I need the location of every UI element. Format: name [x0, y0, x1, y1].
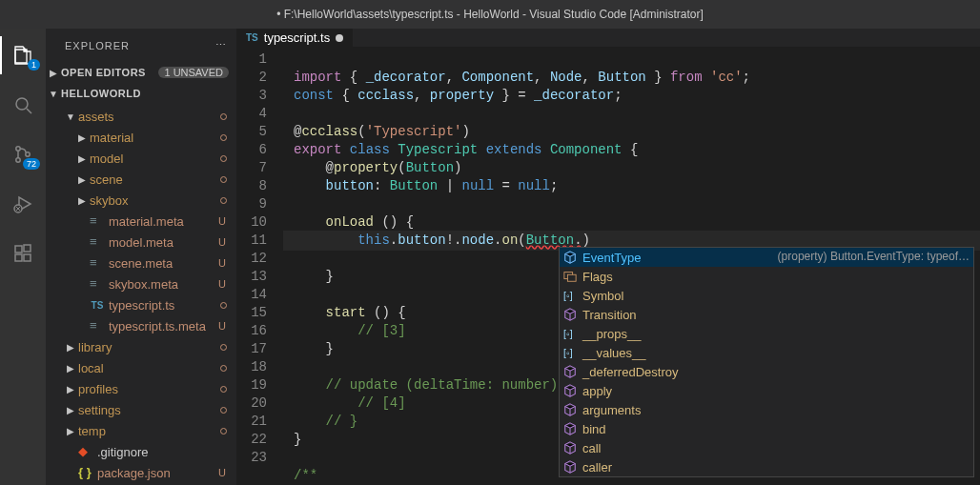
tree-item[interactable]: ◆.gitignore [46, 441, 236, 462]
modified-dot-icon [220, 155, 227, 162]
tree-item[interactable]: ≡scene.metaU [46, 253, 236, 273]
tree-item[interactable]: ▼assets [46, 106, 236, 127]
editor-area: TS typescript.ts 12345678910111213141516… [236, 29, 980, 485]
title-bar: • F:\HelloWorld\assets\typescript.ts - H… [0, 0, 980, 29]
intellisense-label: __values__ [582, 344, 646, 362]
svg-text:[◦]: [◦] [563, 347, 573, 358]
git-status: U [215, 278, 229, 290]
intellisense-label: EventType [582, 249, 641, 267]
svg-rect-9 [24, 254, 31, 261]
modified-dot-icon [220, 407, 227, 414]
tree-item-label: skybox [90, 193, 220, 208]
explorer-title: EXPLORER [65, 40, 130, 51]
svg-rect-7 [15, 246, 22, 253]
intellisense-detail: (property) Button.EventType: typeof… [778, 248, 970, 266]
tab-label: typescript.ts [264, 30, 330, 45]
tree-item-label: local [78, 361, 220, 375]
tree-item[interactable]: TStypescript.ts [46, 294, 236, 315]
modified-dot-icon [220, 428, 227, 434]
folder-root-label: HELLOWORLD [61, 88, 229, 99]
tree-item-label: package.json [97, 466, 215, 480]
open-editors-section[interactable]: ▶ OPEN EDITORS 1 UNSAVED [46, 62, 236, 83]
intellisense-item[interactable]: call [560, 438, 973, 457]
intellisense-item[interactable]: caller [560, 457, 973, 476]
intellisense-item[interactable]: [◦]__values__ [560, 343, 973, 362]
tree-item-label: material [90, 131, 220, 145]
intellisense-label: call [582, 439, 602, 457]
svg-point-2 [16, 147, 20, 151]
svg-rect-10 [24, 245, 31, 252]
code-editor[interactable]: 1234567891011121314151617181920212223 im… [236, 47, 980, 485]
intellisense-item[interactable]: Flags [560, 267, 973, 286]
intellisense-item[interactable]: [◦]Symbol [560, 286, 973, 305]
svg-line-1 [27, 109, 31, 113]
explorer-header: EXPLORER ⋯ [46, 29, 236, 62]
tree-item[interactable]: ▶profiles [46, 378, 236, 399]
intellisense-label: __props__ [582, 325, 641, 343]
tree-item[interactable]: ▶local [46, 357, 236, 378]
intellisense-item[interactable]: apply [560, 381, 973, 400]
tree-item[interactable]: ▶model [46, 148, 236, 169]
git-status: U [215, 467, 229, 478]
tree-item-label: typescript.ts [109, 298, 220, 313]
intellisense-item[interactable]: arguments [560, 400, 973, 419]
tree-item[interactable]: ≡model.metaU [46, 232, 236, 253]
line-gutter: 1234567891011121314151617181920212223 [236, 47, 284, 485]
tree-item[interactable]: ▶material [46, 127, 236, 148]
svg-point-0 [16, 98, 28, 110]
tree-item-label: model [90, 152, 220, 166]
sidebar-explorer: EXPLORER ⋯ ▶ OPEN EDITORS 1 UNSAVED ▼ HE… [46, 29, 236, 485]
unsaved-badge: 1 UNSAVED [158, 67, 229, 78]
intellisense-item[interactable]: bind [560, 419, 973, 438]
window-title: • F:\HelloWorld\assets\typescript.ts - H… [276, 8, 704, 21]
modified-dot-icon [220, 365, 227, 372]
folder-root[interactable]: ▼ HELLOWORLD [46, 83, 236, 104]
tree-item[interactable]: ≡typescript.ts.metaU [46, 315, 236, 336]
open-editors-label: OPEN EDITORS [61, 67, 154, 78]
source-control-icon[interactable]: 72 [0, 135, 46, 173]
tree-item-label: scene [90, 172, 220, 187]
intellisense-popup[interactable]: (property) Button.EventType: typeof… Eve… [559, 247, 974, 477]
tree-item[interactable]: { }package.jsonU [46, 462, 236, 483]
intellisense-item[interactable]: [◦]__props__ [560, 324, 973, 343]
tree-item[interactable]: ▶temp [46, 420, 236, 441]
svg-rect-8 [15, 254, 22, 261]
intellisense-label: apply [582, 382, 612, 400]
tree-item-label: typescript.ts.meta [109, 319, 215, 333]
modified-dot-icon [220, 197, 227, 204]
modified-dot-icon [220, 344, 227, 351]
tree-item-label: library [78, 340, 220, 354]
modified-dot-icon [220, 176, 227, 183]
svg-point-3 [16, 158, 20, 162]
tree-item-label: settings [78, 403, 220, 417]
tree-item[interactable]: ▶library [46, 336, 236, 357]
modified-dot-icon [220, 386, 227, 393]
ts-file-icon: TS [246, 32, 258, 43]
extensions-icon[interactable] [0, 234, 46, 273]
svg-rect-12 [567, 274, 576, 281]
tree-item-label: material.meta [109, 214, 215, 229]
intellisense-label: Flags [582, 268, 613, 286]
intellisense-label: Symbol [582, 287, 623, 305]
tab-typescript[interactable]: TS typescript.ts [236, 29, 354, 47]
search-icon[interactable] [0, 86, 46, 124]
git-status: U [215, 320, 229, 332]
tree-item[interactable]: ≡skybox.metaU [46, 273, 236, 294]
intellisense-item[interactable]: Transition [560, 305, 973, 324]
tree-item[interactable]: ≡material.metaU [46, 211, 236, 232]
tree-item[interactable]: ▶skybox [46, 190, 236, 211]
intellisense-item[interactable]: _deferredDestroy [560, 362, 973, 381]
explorer-badge: 1 [28, 59, 40, 71]
explorer-icon[interactable]: 1 [0, 36, 46, 74]
tree-item-label: skybox.meta [109, 277, 215, 292]
tree-item[interactable]: ▶scene [46, 169, 236, 190]
tree-item[interactable]: ▶settings [46, 399, 236, 420]
intellisense-label: _deferredDestroy [582, 363, 678, 381]
svg-text:[◦]: [◦] [563, 328, 573, 339]
dirty-indicator-icon [336, 34, 343, 42]
more-icon[interactable]: ⋯ [215, 39, 227, 51]
modified-dot-icon [220, 113, 227, 120]
tree-item-label: profiles [78, 382, 220, 396]
scm-badge: 72 [23, 158, 40, 170]
debug-icon[interactable] [0, 185, 46, 223]
